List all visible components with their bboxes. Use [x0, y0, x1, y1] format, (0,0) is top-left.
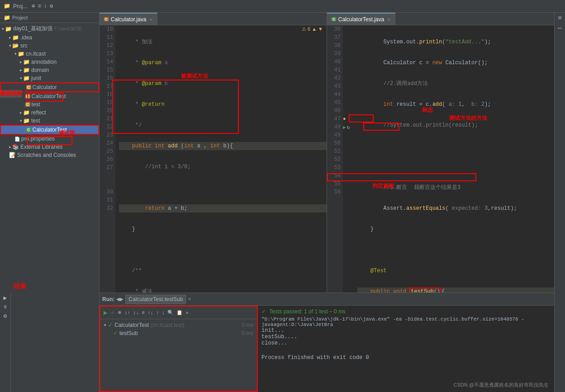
sidebar-item-scratches[interactable]: 📝 Scratches and Consoles [0, 151, 99, 159]
toolbar-icon-settings[interactable]: ⚙ [50, 3, 53, 9]
chevron-idea: ▸ [9, 35, 11, 40]
run-gutter-icon[interactable]: ▶ [343, 124, 346, 130]
calculator-label: Calculator [33, 84, 57, 90]
run-tab-close[interactable]: × [188, 296, 191, 302]
run-up-btn[interactable]: ↑ [155, 310, 160, 316]
project-icon-small: 📁 [4, 14, 10, 21]
sidebar-item-calculator[interactable]: C Calculator [0, 82, 99, 92]
sidebar-item-cnitcast[interactable]: ▾ 📁 cn.itcast [0, 50, 99, 58]
run-tab-name[interactable]: CalculatorTest.testSub [125, 295, 186, 304]
gutter-41 [343, 66, 356, 74]
sidebar-item-idea[interactable]: ▸ 📁 .idea [0, 33, 99, 42]
sidebar-item-src[interactable]: ▾ 📂 src [0, 42, 99, 50]
day01-path: F:\Java\第2阶 [54, 26, 82, 32]
toolbar-icon-structure[interactable]: ⊕ [32, 3, 35, 9]
right-gutter: ● ▶ ↻ [343, 25, 356, 293]
toolbar-icon-list[interactable]: ≡ [38, 3, 41, 9]
tab-java-test-icon: C [332, 17, 336, 21]
calculatortest-selected-label: CalculatorTest [33, 127, 67, 133]
testsub-time: 0 ms [242, 330, 253, 336]
run-status-line: ✓ Tests passed: 1 of 1 test – 0 ms [261, 308, 551, 315]
run-label: Run: [102, 296, 114, 302]
tab-calculatortest-label: CalculatorTest.java [338, 16, 384, 23]
annotation-label: annotation [31, 59, 57, 65]
run-output-exit: Process finished with exit code 0 [261, 354, 551, 361]
run-copy-btn[interactable]: 📋 [176, 309, 184, 316]
run-stop-btn[interactable]: ⊗ [117, 309, 123, 316]
footer-watermark: CSDN @不愿意透露姓名的良好市民倪先生 [454, 382, 549, 388]
right-icon-strip: ≡ ↔ [554, 13, 565, 392]
run-tree-item-calculatortest[interactable]: ▾ ✓ CalculatorTest (cn.itcast.test) 0 ms [102, 321, 255, 329]
bottom-tab-bar: Run: ◀▶ CalculatorTest.testSub × [100, 293, 554, 306]
run-down-btn[interactable]: ↓ [161, 310, 166, 316]
folder-icon-annotation: 📁 [23, 59, 30, 65]
bottom-icon-9[interactable]: 9 [4, 304, 7, 310]
run-output-line-2: init... [261, 327, 551, 334]
debug-gutter-icon[interactable]: ↻ [347, 124, 350, 130]
file-icon-pro: 📄 [14, 137, 20, 142]
sidebar-item-reflect[interactable]: ▸ 📁 reflect [0, 109, 99, 117]
expand-icon: ▾ [104, 323, 106, 327]
run-output[interactable]: ✓ Tests passed: 1 of 1 test – 0 ms "D:\P… [258, 306, 554, 392]
sidebar-item-day01[interactable]: ▾ 📁 day01_基础加强 F:\Java\第2阶 [0, 24, 99, 33]
right-icon-2[interactable]: ↔ [558, 24, 561, 32]
right-icon-1[interactable]: ≡ [558, 14, 561, 22]
sidebar-title: Project [12, 15, 28, 20]
run-align-btn[interactable]: ≡ [141, 310, 146, 316]
tab-calculator-close[interactable]: × [150, 17, 152, 22]
bottom-icon-terminal[interactable]: ▶ [4, 294, 7, 302]
chevron-junit: ▾ [20, 76, 22, 80]
tab-calculator-java[interactable]: C Calculator.java × [100, 13, 157, 25]
gutter-42 [343, 74, 356, 82]
run-more-btn[interactable]: » [185, 310, 190, 316]
sidebar-item-pro[interactable]: 📄 pro.properties [0, 135, 99, 143]
junit-label: junit [31, 75, 41, 81]
run-icon: ◀▶ [116, 297, 123, 302]
sidebar-item-domain[interactable]: ▸ 📁 domain [0, 66, 99, 74]
sidebar-item-junit[interactable]: ▾ 📁 junit [0, 74, 99, 82]
run-search-btn[interactable]: 🔍 [166, 309, 175, 316]
right-code-editor[interactable]: 36 37 38 39 40 41 42 43 44 45 46 47 [327, 25, 554, 293]
run-tree-item-testsub[interactable]: ✓ testSub 0 ms [102, 329, 255, 337]
tab-calculatortest-java[interactable]: C CalculatorTest.java × [327, 13, 395, 25]
left-code-content: * 加法 * @param a * @param b * @return */ … [115, 25, 327, 293]
right-tab-bar: C CalculatorTest.java × [327, 13, 554, 25]
sidebar-item-calculatortest-selected[interactable]: C CalculatorTest [0, 125, 99, 135]
bottom-content: ▶ ✓ ⊗ ↕↑ ↕↓ ≡ ↑↓ ↑ ↓ 🔍 📋 » [100, 306, 554, 392]
folder-icon-day01: 📁 [5, 26, 12, 32]
run-output-line-1: "D:\Program Files\Java\jdk-17\bin\java.e… [261, 316, 551, 327]
left-line-numbers: 10 11 12 13 14 15 16 17 18 19 20 21 [100, 25, 115, 293]
sidebar-header: 📁 Project [0, 13, 99, 23]
gutter-43 [343, 82, 356, 90]
tab-calculatortest-close[interactable]: × [387, 17, 390, 22]
sidebar-item-test-file[interactable]: C test [0, 100, 99, 109]
sidebar-item-external-libs[interactable]: ▸ 📚 External Libraries [0, 143, 99, 151]
project-title: Proj... [13, 3, 27, 9]
calculatortest-package: (cn.itcast.test) [151, 322, 185, 328]
gutter-47: ● [343, 115, 356, 123]
tab-calculator-label: Calculator.java [111, 16, 147, 23]
sidebar-item-annotation[interactable]: ▸ 📁 annotation [0, 58, 99, 66]
sidebar-item-calculatortest-junit[interactable]: C CalculatorTest [0, 92, 99, 100]
run-up-down-btn[interactable]: ↑↓ [147, 310, 154, 316]
run-check-btn[interactable]: ✓ [109, 309, 115, 316]
bottom-icon-structure[interactable]: ⚙ [4, 312, 7, 320]
run-sort-desc-btn[interactable]: ↕↓ [132, 310, 140, 316]
gutter-36 [343, 25, 356, 33]
sidebar-item-test-folder[interactable]: ▾ 📁 test [0, 117, 99, 125]
run-sort-asc-btn[interactable]: ↕↑ [123, 310, 131, 316]
day01-label: day01_基础加强 [13, 25, 52, 33]
left-code-editor[interactable]: 10 11 12 13 14 15 16 17 18 19 20 21 [100, 25, 327, 293]
left-tab-bar: C Calculator.java × [100, 13, 327, 25]
gutter-48: ▶ ↻ [343, 123, 356, 131]
folder-icon-idea: 📁 [12, 34, 19, 41]
gutter-45 [343, 99, 356, 107]
toolbar-icon-sort[interactable]: ↕ [44, 3, 47, 9]
run-toolbar: ▶ ✓ ⊗ ↕↑ ↕↓ ≡ ↑↓ ↑ ↓ 🔍 📋 » [100, 307, 257, 319]
run-sidebar: ▶ ✓ ⊗ ↕↑ ↕↓ ≡ ↑↓ ↑ ↓ 🔍 📋 » [100, 306, 258, 392]
calculatortest-run-label: CalculatorTest [114, 322, 149, 328]
folder-icon-src: 📂 [12, 43, 19, 49]
run-play-btn[interactable]: ▶ [102, 308, 109, 317]
calculatortest-junit-label: CalculatorTest [32, 93, 66, 99]
check-icon-calculatortest: ✓ [108, 322, 113, 328]
